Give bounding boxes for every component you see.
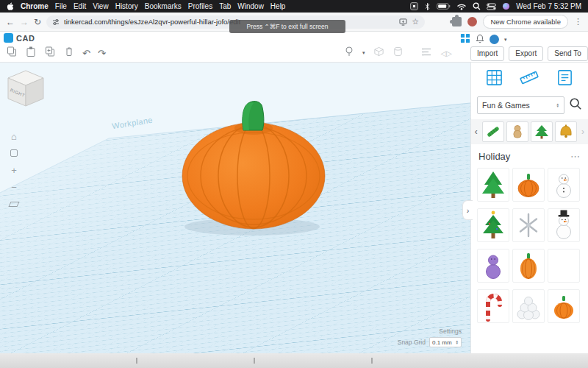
site-settings-icon[interactable] bbox=[52, 15, 60, 29]
shape-tile-purple-snowman[interactable] bbox=[477, 249, 509, 283]
edit-tools: ↶ ↷ bbox=[6, 44, 106, 62]
ruler-helper-icon[interactable] bbox=[520, 68, 539, 90]
undo-icon[interactable]: ↶ bbox=[82, 49, 90, 58]
reload-icon[interactable]: ↻ bbox=[34, 18, 41, 26]
shape-card-gingerbread[interactable] bbox=[506, 121, 528, 142]
shape-tile-snowflake[interactable] bbox=[512, 208, 545, 242]
menu-bar-clock[interactable]: Wed Feb 7 5:32 PM bbox=[516, 2, 581, 10]
home-view-icon[interactable]: ⌂ bbox=[7, 130, 21, 142]
shape-tile-tall-pumpkin[interactable] bbox=[512, 249, 545, 283]
spotlight-search-icon[interactable] bbox=[473, 2, 481, 10]
shape-tile-snowman-with-hat[interactable] bbox=[548, 208, 580, 242]
profile-avatar[interactable] bbox=[467, 17, 477, 26]
hidden-shape-icon[interactable] bbox=[373, 46, 384, 60]
bluetooth-icon[interactable] bbox=[424, 2, 431, 11]
pumpkin-model[interactable] bbox=[167, 88, 343, 242]
shape-tile-pumpkin[interactable] bbox=[512, 168, 545, 202]
zoom-in-icon[interactable]: + bbox=[7, 164, 21, 176]
shape-tile-decorated-tree[interactable] bbox=[477, 208, 509, 242]
workplane-tool-icon[interactable] bbox=[7, 198, 21, 210]
candy-cane-icon bbox=[478, 290, 508, 322]
notes-icon[interactable] bbox=[556, 68, 574, 90]
paste-icon[interactable] bbox=[25, 46, 37, 60]
view-cube[interactable]: RIGHT bbox=[6, 68, 46, 110]
menu-window[interactable]: Window bbox=[237, 2, 264, 10]
duplicate-icon[interactable] bbox=[44, 46, 56, 60]
fit-view-icon[interactable] bbox=[7, 147, 21, 159]
shape-card-green-screw[interactable] bbox=[482, 121, 504, 142]
menu-bookmarks[interactable]: Bookmarks bbox=[145, 2, 182, 10]
search-icon[interactable] bbox=[569, 97, 582, 113]
purple-snowman-icon bbox=[478, 250, 508, 282]
apple-logo-icon[interactable] bbox=[7, 2, 14, 11]
mirror-icon[interactable]: ◁▷ bbox=[441, 49, 452, 57]
extensions-puzzle-icon[interactable] bbox=[452, 17, 462, 26]
dock-divider bbox=[254, 358, 255, 364]
shape-tile-candy-cane[interactable] bbox=[477, 289, 509, 323]
snap-grid-value: 0.1 mm bbox=[432, 339, 452, 346]
bulb-caret-icon[interactable]: ▾ bbox=[362, 50, 365, 56]
screen-record-icon[interactable] bbox=[410, 2, 418, 10]
install-app-icon[interactable] bbox=[399, 15, 407, 29]
category-select[interactable]: Fun & Games ▲▼ bbox=[477, 96, 564, 114]
shape-tile-snowman[interactable] bbox=[548, 168, 580, 202]
menu-chrome[interactable]: Chrome bbox=[21, 2, 49, 10]
snap-grid-select[interactable]: 0.1 mm ▲▼ bbox=[429, 337, 462, 347]
shape-tile-empty[interactable] bbox=[548, 249, 580, 283]
tinkercad-toolbar: ↶ ↷ ▾ ◁▷ Import Export Send To bbox=[0, 44, 588, 63]
copy-icon[interactable] bbox=[6, 46, 18, 60]
scroller-right-icon[interactable]: › bbox=[579, 127, 587, 136]
account-caret-icon[interactable]: ▾ bbox=[504, 37, 507, 43]
menu-history[interactable]: History bbox=[115, 2, 138, 10]
battery-icon[interactable] bbox=[437, 2, 451, 10]
snap-grid-spinner-icon[interactable]: ▲▼ bbox=[456, 340, 459, 345]
settings-label[interactable]: Settings bbox=[398, 328, 462, 335]
category-select-value: Fun & Games bbox=[482, 101, 530, 110]
menu-help[interactable]: Help bbox=[270, 2, 286, 10]
forward-icon[interactable]: → bbox=[20, 18, 29, 26]
decorated-tree-icon bbox=[478, 209, 508, 241]
shape-tile-christmas-tree[interactable] bbox=[477, 168, 509, 202]
delete-icon[interactable] bbox=[63, 46, 75, 60]
menu-edit[interactable]: Edit bbox=[74, 2, 86, 10]
fullscreen-toast: Press ⌃⌘F to exit full screen bbox=[229, 20, 345, 33]
shape-card-small-tree[interactable] bbox=[531, 121, 553, 142]
tall-pumpkin-icon bbox=[514, 250, 543, 282]
shape-tile-snowballs[interactable] bbox=[512, 289, 545, 323]
workplane-helper-icon[interactable] bbox=[485, 68, 503, 90]
export-button[interactable]: Export bbox=[509, 46, 543, 61]
siri-icon[interactable] bbox=[502, 2, 510, 10]
macos-menu-bar: Chrome File Edit View History Bookmarks … bbox=[0, 0, 588, 13]
hidden-cylinder-icon[interactable] bbox=[392, 46, 404, 60]
show-all-bulb-icon[interactable] bbox=[344, 46, 354, 60]
chrome-update-chip[interactable]: New Chrome available bbox=[483, 15, 568, 29]
menu-view[interactable]: View bbox=[93, 2, 109, 10]
user-avatar[interactable] bbox=[490, 35, 499, 44]
bookmark-star-icon[interactable]: ☆ bbox=[412, 18, 419, 26]
tinkercad-logo-text[interactable]: CAD bbox=[16, 34, 35, 43]
menu-profiles[interactable]: Profiles bbox=[188, 2, 212, 10]
shape-search-row: Fun & Games ▲▼ bbox=[471, 93, 588, 116]
shape-tile-round-pumpkin[interactable] bbox=[548, 289, 580, 323]
panel-collapse-toggle[interactable]: › bbox=[462, 200, 473, 220]
scroller-left-icon[interactable]: ‹ bbox=[473, 127, 480, 136]
align-icon[interactable] bbox=[422, 46, 433, 60]
section-menu-icon[interactable]: ⋯ bbox=[570, 152, 581, 161]
menu-file[interactable]: File bbox=[55, 2, 67, 10]
design-actions: Import Export Send To bbox=[470, 46, 588, 61]
zoom-out-icon[interactable]: − bbox=[7, 181, 21, 193]
section-title: Holiday bbox=[478, 151, 510, 162]
tinkercad-logo-icon[interactable] bbox=[4, 33, 13, 43]
shape-card-gold-bell[interactable] bbox=[555, 121, 577, 142]
import-button[interactable]: Import bbox=[470, 46, 504, 61]
control-center-icon[interactable] bbox=[487, 3, 496, 10]
menu-tab[interactable]: Tab bbox=[219, 2, 231, 10]
wifi-icon[interactable] bbox=[456, 2, 467, 10]
redo-icon[interactable]: ↷ bbox=[98, 49, 106, 58]
url-text[interactable]: tinkercad.com/things/esJzeAl2qvr-powerfu… bbox=[64, 18, 240, 26]
shape-grid bbox=[471, 164, 588, 327]
viewport-3d[interactable]: Workplane RIGHT ⌂ + − bbox=[0, 63, 470, 353]
chrome-menu-icon[interactable]: ⋮ bbox=[574, 17, 582, 26]
send-to-button[interactable]: Send To bbox=[548, 46, 588, 61]
back-icon[interactable]: ← bbox=[6, 18, 15, 26]
